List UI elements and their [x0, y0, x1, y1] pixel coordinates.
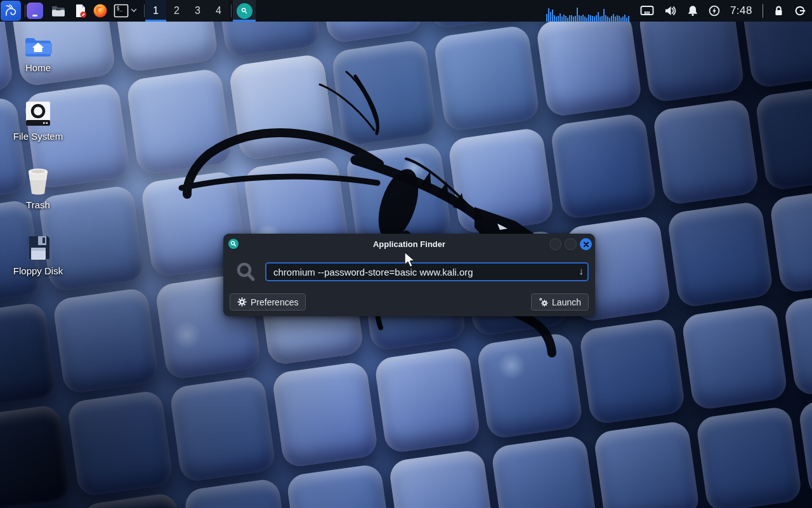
desktop-icon-label: Trash: [26, 199, 50, 210]
cpu-graph-bar: [569, 15, 570, 22]
applications-menu-button[interactable]: [1, 1, 21, 21]
launcher-firefox[interactable]: [93, 3, 108, 18]
launcher-dropdown-chevron-icon[interactable]: [130, 6, 138, 16]
workspace-1[interactable]: 1: [145, 0, 166, 22]
cpu-graph-bar: [620, 18, 622, 22]
top-panel: $_ 1 2 3 4: [0, 0, 812, 22]
wallpaper-cube: [183, 478, 291, 508]
down-arrow-icon[interactable]: ↓: [579, 265, 584, 276]
cpu-graph-bar: [577, 8, 578, 22]
workspace-label: 3: [195, 5, 200, 17]
workspace-2[interactable]: 2: [166, 0, 187, 22]
wallpaper-cube: [331, 39, 438, 146]
wallpaper-cube: [0, 404, 72, 508]
notifications-icon[interactable]: [687, 5, 698, 17]
wallpaper-cube: [285, 464, 393, 508]
cpu-graph-bar: [571, 15, 572, 22]
cpu-graph-bar: [582, 15, 584, 22]
desktop-icon-label: Home: [25, 62, 51, 73]
desktop-icon-file-system[interactable]: File System: [10, 100, 66, 142]
cpu-graph-bar: [605, 15, 606, 22]
launcher-purple-app[interactable]: [27, 3, 43, 19]
svg-text:$_: $_: [117, 6, 123, 11]
terminal-icon: $_: [114, 3, 129, 18]
cpu-graph-bar: [590, 15, 591, 22]
command-input[interactable]: [265, 262, 589, 281]
clock[interactable]: 7:48: [730, 4, 752, 17]
cpu-graph-bar: [561, 17, 563, 22]
lock-icon[interactable]: [773, 5, 784, 17]
cpu-graph-bar: [628, 16, 629, 22]
cpu-graph-bar: [613, 14, 614, 22]
cpu-graph-bar: [596, 15, 597, 22]
wallpaper-cube: [783, 289, 812, 396]
minimize-button[interactable]: [549, 238, 561, 250]
cpu-graph-bar: [560, 13, 561, 22]
launch-button[interactable]: Launch: [531, 293, 589, 311]
cpu-graph-bar: [580, 16, 582, 22]
cpu-graph-bar: [563, 15, 565, 22]
cpu-graph-bar: [573, 17, 574, 22]
wallpaper-cube: [754, 84, 812, 191]
cpu-graph-bar: [548, 8, 549, 22]
wallpaper-cube: [433, 25, 540, 132]
cpu-graph-bar: [592, 16, 593, 22]
launcher-terminal[interactable]: $_: [114, 3, 129, 18]
cpu-graph-bar: [624, 15, 625, 22]
magnifier-icon: [235, 261, 258, 284]
maximize-button[interactable]: [565, 238, 577, 250]
wallpaper-cube: [550, 112, 657, 220]
cpu-graph-bar: [565, 16, 566, 22]
preferences-button[interactable]: Preferences: [230, 293, 306, 311]
cpu-graph[interactable]: [546, 3, 630, 22]
cpu-graph-bar: [588, 15, 589, 22]
panel-separator: [144, 4, 145, 17]
wallpaper-cube: [447, 127, 554, 234]
trash-icon: [25, 166, 51, 196]
desktop-icon-floppy-disk[interactable]: Floppy Disk: [10, 234, 66, 276]
wallpaper-cube: [126, 68, 233, 175]
wallpaper-cube: [374, 346, 481, 453]
launch-label: Launch: [552, 297, 581, 307]
kali-menu-icon: [3, 3, 18, 18]
desktop-icon-trash[interactable]: Trash: [10, 166, 66, 210]
wallpaper-cube: [345, 142, 452, 249]
wallpaper-cube: [490, 434, 598, 508]
workspace-3[interactable]: 3: [187, 0, 208, 22]
cpu-graph-bar: [619, 16, 620, 22]
floppy-icon: [24, 234, 52, 262]
wallpaper-cube: [272, 361, 379, 468]
gear-icon: [237, 297, 247, 307]
workspace-4[interactable]: 4: [208, 0, 229, 22]
network-icon[interactable]: [640, 5, 654, 17]
wallpaper-cube: [169, 375, 276, 483]
wallpaper-cube: [652, 98, 759, 206]
desktop-icon-home[interactable]: Home: [10, 36, 66, 73]
appfinder-search-icon: [237, 3, 252, 19]
cpu-graph-bar: [598, 12, 599, 22]
close-button[interactable]: [580, 238, 592, 250]
cpu-graph-bar: [552, 10, 553, 22]
power-icon[interactable]: [709, 5, 720, 17]
cpu-graph-bar: [599, 17, 601, 22]
workspace-label: 1: [153, 5, 159, 17]
cpu-graph-bar: [615, 17, 616, 22]
window-title: Application Finder: [223, 239, 595, 249]
cpu-graph-bar: [550, 12, 551, 22]
panel-separator: [25, 4, 25, 17]
launcher-file-manager[interactable]: [51, 3, 66, 18]
cpu-graph-bar: [617, 15, 618, 22]
taskbar-application-finder-button[interactable]: [233, 0, 256, 22]
cpu-graph-bar: [554, 15, 555, 22]
cpu-graph-bar: [567, 18, 568, 22]
launcher-text-editor[interactable]: [73, 3, 88, 18]
logout-icon[interactable]: [794, 5, 806, 17]
wallpaper-cube: [593, 420, 700, 508]
volume-icon[interactable]: [664, 5, 677, 17]
cpu-graph-bar: [622, 17, 624, 22]
titlebar[interactable]: Application Finder: [223, 234, 595, 254]
cpu-graph-bar: [601, 16, 603, 22]
wallpaper-cube: [769, 186, 812, 293]
wallpaper-cube: [0, 302, 57, 409]
purple-app-icon: [32, 15, 37, 17]
